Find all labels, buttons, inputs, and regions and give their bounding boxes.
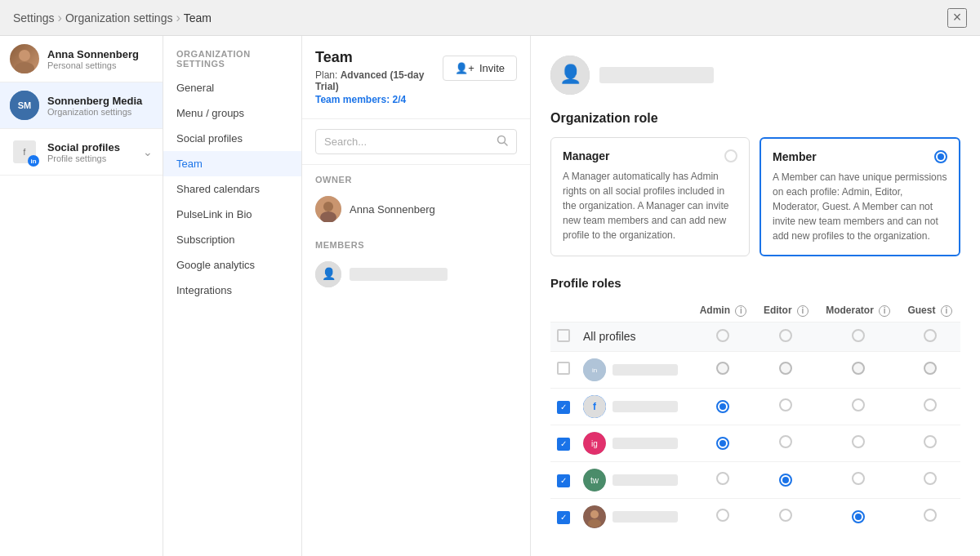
col-moderator: Moderator i — [817, 300, 899, 322]
all-profiles-checkbox[interactable] — [557, 329, 570, 342]
profile-row-1-checkbox[interactable] — [557, 362, 570, 375]
profile-row-2-editor[interactable] — [779, 398, 792, 411]
svg-text:f: f — [24, 148, 26, 157]
profile-row-5-editor[interactable] — [779, 509, 792, 522]
all-profiles-checkbox-cell — [550, 322, 577, 351]
sidebar-item-social[interactable]: f in Social profiles Profile settings ⌄ — [0, 129, 163, 176]
profile-row-1: in — [550, 351, 960, 388]
nav-item-shared-calendars[interactable]: Shared calendars — [163, 176, 301, 202]
search-input-wrap — [315, 129, 517, 154]
profile-row-5-guest[interactable] — [924, 509, 937, 522]
editor-info-icon[interactable]: i — [797, 305, 808, 317]
profile-header: 👤 — [550, 56, 960, 95]
profile-row-3-guest[interactable] — [924, 435, 937, 448]
top-bar: Settings › Organization settings › Team … — [0, 0, 980, 36]
all-profiles-editor-cell — [755, 322, 817, 351]
profile-row-3-avatar: ig — [583, 432, 606, 455]
all-profiles-admin-radio[interactable] — [716, 329, 729, 342]
member-card-header: Member — [773, 150, 947, 163]
profile-row-1-name: in — [583, 358, 684, 381]
close-button[interactable]: × — [947, 8, 967, 28]
profile-row-4-moderator[interactable] — [852, 472, 865, 485]
nav-item-menu-groups[interactable]: Menu / groups — [163, 100, 301, 126]
profile-row-1-admin[interactable] — [716, 362, 729, 375]
member-radio[interactable] — [934, 150, 947, 163]
profile-row-5: ✓ — [550, 498, 960, 535]
manager-card-desc: A Manager automatically has Admin rights… — [563, 169, 737, 242]
profile-row-2-guest[interactable] — [924, 398, 937, 411]
profile-row-4-guest[interactable] — [924, 472, 937, 485]
profile-row-1-placeholder — [612, 364, 678, 376]
owner-row[interactable]: Anna Sonnenberg — [315, 191, 517, 227]
user-name-social: Social profiles — [47, 141, 120, 153]
moderator-info-icon[interactable]: i — [879, 305, 890, 317]
search-input[interactable] — [324, 136, 490, 148]
avatar-anna — [10, 44, 39, 73]
guest-info-icon[interactable]: i — [941, 305, 952, 317]
profile-row-1-moderator[interactable] — [852, 362, 865, 375]
svg-point-9 — [323, 202, 333, 211]
profile-row-3-admin[interactable] — [716, 437, 729, 450]
profile-row-5-checkbox[interactable]: ✓ — [557, 511, 570, 524]
profile-row-2-avatar: f — [583, 395, 606, 418]
profile-row-5-avatar — [583, 505, 606, 528]
all-profiles-editor-radio[interactable] — [779, 329, 792, 342]
user-name-anna: Anna Sonnenberg — [47, 48, 139, 60]
sidebar-item-org[interactable]: SM Sonnenberg Media Organization setting… — [0, 82, 163, 129]
nav-item-pulselink[interactable]: PulseLink in Bio — [163, 202, 301, 227]
admin-info-icon[interactable]: i — [735, 305, 746, 317]
profile-row-4-admin[interactable] — [716, 472, 729, 485]
col-profile — [577, 300, 691, 322]
mid-nav: Organization settings General Menu / gro… — [163, 36, 302, 556]
nav-item-general[interactable]: General — [163, 75, 301, 100]
user-info-anna: Anna Sonnenberg Personal settings — [47, 48, 139, 70]
user-info-social: Social profiles Profile settings — [47, 141, 120, 163]
team-header: Team Plan: Advanced (15-day Trial) Team … — [302, 36, 530, 119]
team-members-count: Team members: 2/4 — [315, 94, 443, 105]
profile-avatar-large: 👤 — [550, 56, 590, 95]
nav-item-subscription[interactable]: Subscription — [163, 227, 301, 252]
profile-row-1-editor[interactable] — [779, 362, 792, 375]
role-cards: Manager A Manager automatically has Admi… — [550, 137, 960, 256]
team-info: Team Plan: Advanced (15-day Trial) Team … — [315, 49, 443, 105]
nav-item-team[interactable]: Team — [163, 151, 301, 176]
member-card[interactable]: Member A Member can have unique permissi… — [760, 137, 960, 256]
all-profiles-moderator-cell — [817, 322, 899, 351]
all-profiles-label: All profiles — [583, 330, 636, 343]
profile-row-2-moderator[interactable] — [852, 398, 865, 411]
owner-name: Anna Sonnenberg — [350, 203, 435, 216]
manager-card[interactable]: Manager A Manager automatically has Admi… — [550, 137, 750, 256]
breadcrumb-org[interactable]: Organization settings — [65, 11, 173, 24]
user-name-org: Sonnenberg Media — [47, 95, 142, 107]
profile-row-4-editor[interactable] — [779, 474, 792, 487]
breadcrumb-settings[interactable]: Settings — [13, 11, 55, 24]
profile-row-1-guest[interactable] — [924, 362, 937, 375]
nav-item-google-analytics[interactable]: Google analytics — [163, 252, 301, 278]
owner-avatar — [315, 196, 341, 222]
sidebar-item-personal[interactable]: Anna Sonnenberg Personal settings — [0, 36, 163, 82]
breadcrumb: Settings › Organization settings › Team — [13, 11, 212, 25]
nav-item-social-profiles[interactable]: Social profiles — [163, 126, 301, 151]
team-plan: Plan: Advanced (15-day Trial) — [315, 69, 443, 92]
all-profiles-moderator-radio[interactable] — [852, 329, 865, 342]
member-row-1[interactable]: 👤 — [315, 256, 517, 292]
profile-row-4-checkbox[interactable]: ✓ — [557, 474, 570, 487]
profile-row-4-avatar: tw — [583, 469, 606, 492]
profile-row-3-checkbox[interactable]: ✓ — [557, 438, 570, 451]
profile-row-3-moderator[interactable] — [852, 435, 865, 448]
breadcrumb-team[interactable]: Team — [184, 11, 212, 24]
svg-point-1 — [15, 62, 34, 73]
invite-button[interactable]: 👤+ Invite — [443, 56, 517, 81]
profile-row-5-admin[interactable] — [716, 509, 729, 522]
profile-row-5-moderator[interactable] — [852, 510, 865, 523]
nav-item-integrations[interactable]: Integrations — [163, 278, 301, 303]
profile-row-2-checkbox[interactable]: ✓ — [557, 401, 570, 414]
profile-row-4-placeholder — [612, 474, 678, 486]
manager-radio[interactable] — [724, 149, 737, 162]
all-profiles-guest-radio[interactable] — [924, 329, 937, 342]
profile-row-2-admin[interactable] — [716, 400, 729, 413]
profile-row-2-name-cell: f — [577, 388, 691, 425]
profile-row-3-editor[interactable] — [779, 435, 792, 448]
profile-roles-section: Profile roles Admin i Editor — [550, 276, 960, 535]
svg-point-0 — [19, 50, 30, 61]
